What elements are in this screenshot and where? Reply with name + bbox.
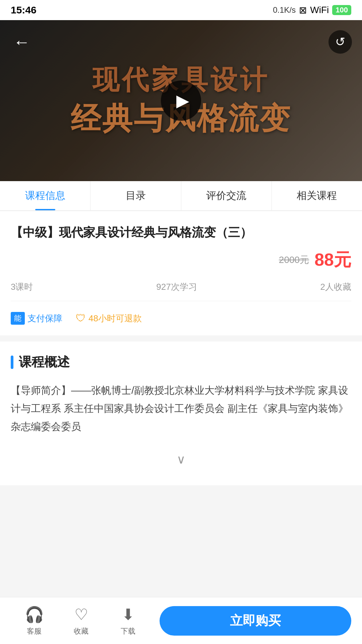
buy-button-label: 立即购买 [230, 612, 281, 629]
tab-course-info[interactable]: 课程信息 [0, 181, 90, 210]
lessons-stat: 3课时 [11, 281, 33, 293]
main-content: 【中级】现代家具设计经典与风格流变（三） 2000元 88元 3课时 927次学… [0, 211, 362, 335]
tab-catalog[interactable]: 目录 [90, 181, 181, 210]
battery-indicator: 100 [332, 5, 351, 15]
refund-text: 48小时可退款 [88, 313, 142, 324]
service-label: 客服 [27, 626, 42, 636]
overview-section-title: 课程概述 [19, 354, 70, 371]
tab-bar: 课程信息 目录 评价交流 相关课程 [0, 181, 362, 211]
download-label: 下载 [121, 626, 135, 636]
download-icon: ⬇ [122, 605, 135, 624]
stats-row: 3课时 927次学习 2人收藏 [11, 281, 351, 301]
section-title-row: 课程概述 [11, 354, 351, 371]
buy-button[interactable]: 立即购买 [160, 606, 351, 636]
refresh-button[interactable]: ↺ [328, 30, 352, 54]
badges-row: 能 支付保障 🛡 48小时可退款 [11, 312, 351, 327]
favorites-stat: 2人收藏 [320, 281, 351, 293]
video-player[interactable]: 现代家具设计 经典与风格流变 ← ↺ ▶ [0, 20, 362, 181]
current-price: 88元 [314, 248, 351, 272]
overview-section: 课程概述 【导师简介】——张帆博士/副教授北京林业大学材料科学与技术学院 家具设… [0, 341, 362, 485]
views-stat: 927次学习 [156, 281, 197, 293]
tab-related[interactable]: 相关课程 [272, 181, 362, 210]
headset-icon: 🎧 [25, 605, 44, 624]
play-icon: ▶ [176, 91, 189, 110]
chevron-down-icon: ∨ [177, 452, 185, 467]
heart-icon: ♡ [74, 605, 88, 624]
back-button[interactable]: ← [10, 30, 34, 54]
status-bar: 15:46 0.1K/s ⊠ WiFi 100 [0, 0, 362, 20]
play-button[interactable]: ▶ [161, 80, 201, 121]
section-accent-bar [11, 356, 13, 369]
course-title: 【中级】现代家具设计经典与风格流变（三） [11, 223, 351, 241]
expand-button[interactable]: ∨ [11, 446, 351, 473]
download-button[interactable]: ⬇ 下载 [105, 605, 152, 636]
payment-guarantee-badge: 能 支付保障 [11, 312, 62, 325]
payment-badge-label: 能 [11, 312, 25, 325]
original-price: 2000元 [279, 254, 309, 266]
shield-icon: 🛡 [76, 313, 86, 324]
customer-service-button[interactable]: 🎧 客服 [11, 605, 58, 636]
network-speed: 0.1K/s [273, 5, 296, 15]
overview-text: 【导师简介】——张帆博士/副教授北京林业大学材料科学与技术学院 家具设计与工程系… [11, 381, 351, 436]
refund-badge: 🛡 48小时可退款 [76, 313, 142, 324]
favorites-button[interactable]: ♡ 收藏 [58, 605, 105, 636]
status-time: 15:46 [11, 4, 37, 16]
payment-badge-text: 支付保障 [27, 313, 62, 324]
status-icons: 0.1K/s ⊠ WiFi 100 [273, 5, 351, 16]
back-arrow-icon: ← [13, 34, 30, 50]
wifi-icon: WiFi [310, 5, 329, 15]
signal-icon: ⊠ [299, 5, 307, 16]
section-separator [0, 335, 362, 341]
refresh-icon: ↺ [335, 35, 345, 49]
bottom-bar: 🎧 客服 ♡ 收藏 ⬇ 下载 立即购买 [0, 597, 362, 644]
favorites-label: 收藏 [74, 626, 88, 636]
price-row: 2000元 88元 [11, 248, 351, 272]
tab-reviews[interactable]: 评价交流 [181, 181, 272, 210]
